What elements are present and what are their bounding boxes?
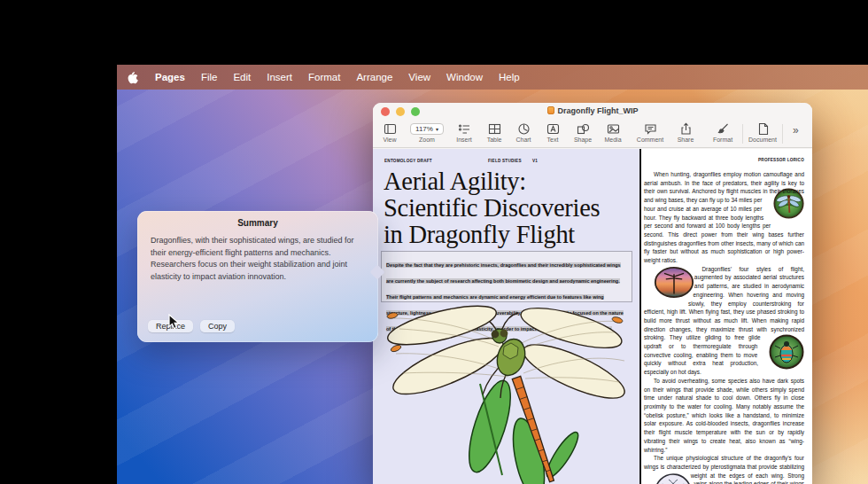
pages-document-icon	[547, 106, 554, 114]
media-icon	[593, 122, 632, 136]
mouse-cursor	[168, 314, 182, 333]
inline-photo-beetle-icon	[759, 334, 804, 372]
kicker-center: FIELD STUDIES	[488, 159, 522, 163]
menu-help[interactable]: Help	[491, 72, 528, 82]
article-text[interactable]: When hunting, dragonflies employ motion …	[644, 170, 804, 484]
toolbar-button-share[interactable]: Share	[666, 122, 705, 143]
toolbar-button-zoom[interactable]: 117%▾Zoom	[404, 122, 450, 143]
toolbar-overflow-button[interactable]: »	[793, 124, 799, 137]
intro-text-box[interactable]: Despite the fact that they are prehistor…	[381, 251, 632, 302]
article-paragraph: When hunting, dragonflies employ motion …	[644, 170, 804, 265]
document-right-column: PROFESSOR LORICO When hunting, dragonfli…	[641, 149, 812, 484]
toolbar-label: Media	[593, 137, 632, 143]
menu-file[interactable]: File	[193, 72, 226, 82]
menu-format[interactable]: Format	[300, 72, 348, 82]
toolbar-separator	[782, 124, 783, 144]
article-paragraph: Dragonflies’ four styles of flight, augm…	[644, 265, 804, 377]
comment-icon	[631, 122, 670, 136]
menu-view[interactable]: View	[400, 72, 438, 82]
menu-arrange[interactable]: Arrange	[348, 72, 400, 82]
document-icon	[743, 122, 782, 136]
zoom-level-dropdown[interactable]: 117%▾	[410, 123, 444, 135]
menu-pages[interactable]: Pages	[147, 72, 193, 82]
document-title: Aerial Agility: Scientific Discoveries i…	[384, 168, 636, 248]
format-icon	[703, 122, 742, 136]
toolbar-button-document[interactable]: Document	[743, 122, 782, 143]
toolbar: » View117%▾ZoomInsertTableChartTextShape…	[373, 121, 812, 148]
toolbar-button-format[interactable]: Format	[703, 122, 742, 143]
zoom-icon: 117%▾	[404, 122, 450, 136]
desktop-wallpaper: PagesFileEditInsertFormatArrangeViewWind…	[117, 65, 868, 484]
title-bar: Dragonfly Flight_WIP	[373, 103, 812, 121]
article-paragraph: To avoid overheating, some species also …	[644, 377, 804, 454]
copy-button[interactable]: Copy	[200, 320, 235, 332]
toolbar-label: Zoom	[404, 137, 450, 143]
pages-window: Dragonfly Flight_WIP » View117%▾ZoomInse…	[373, 103, 812, 484]
kicker-right: V1	[532, 159, 538, 163]
apple-logo-icon[interactable]	[128, 71, 139, 84]
article-paragraph: The unique physiological structure of th…	[644, 454, 804, 484]
dragonfly-illustration	[376, 302, 636, 484]
menu-edit[interactable]: Edit	[225, 72, 259, 82]
menu-window[interactable]: Window	[438, 72, 491, 82]
toolbar-button-comment[interactable]: Comment	[631, 122, 670, 143]
toolbar-button-media[interactable]: Media	[593, 122, 632, 143]
toolbar-label: Document	[743, 137, 782, 143]
kicker-left: ENTOMOLOGY DRAFT	[384, 159, 432, 163]
byline: PROFESSOR LORICO	[758, 158, 804, 162]
share-icon	[666, 122, 705, 136]
popup-summary-text: Dragonflies, with their sophisticated wi…	[137, 228, 378, 283]
inline-photo-dragonfly-sunset-icon	[644, 266, 694, 301]
window-title: Dragonfly Flight_WIP	[373, 106, 812, 115]
popup-title: Summary	[137, 211, 378, 228]
document-left-column: ENTOMOLOGY DRAFT FIELD STUDIES V1 Aerial…	[373, 149, 639, 484]
inline-photo-dragonfly-leaf-icon	[763, 188, 804, 222]
menu-insert[interactable]: Insert	[259, 72, 300, 82]
toolbar-label: Format	[703, 137, 742, 143]
toolbar-label: Share	[666, 137, 705, 143]
inline-photo-butterfly-icon	[644, 472, 693, 484]
document-canvas[interactable]: ENTOMOLOGY DRAFT FIELD STUDIES V1 Aerial…	[373, 149, 812, 484]
toolbar-label: Comment	[631, 137, 670, 143]
menu-bar: PagesFileEditInsertFormatArrangeViewWind…	[117, 65, 868, 90]
